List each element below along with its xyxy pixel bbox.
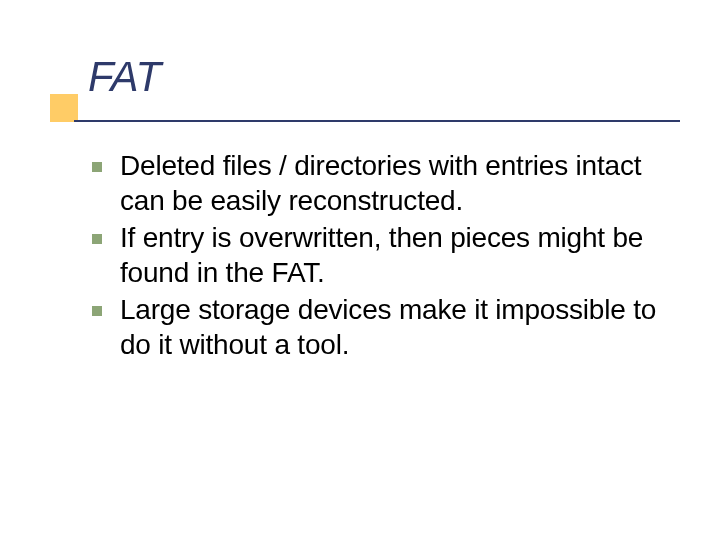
bullet-item: Deleted files / directories with entries… — [92, 148, 680, 218]
bullet-square-icon — [92, 306, 102, 316]
bullet-square-icon — [92, 162, 102, 172]
bullet-text: Large storage devices make it impossible… — [120, 292, 680, 362]
title-accent-box — [50, 94, 78, 122]
bullet-item: Large storage devices make it impossible… — [92, 292, 680, 362]
bullet-item: If entry is overwritten, then pieces mig… — [92, 220, 680, 290]
slide-content: Deleted files / directories with entries… — [92, 148, 680, 364]
bullet-text: Deleted files / directories with entries… — [120, 148, 680, 218]
slide-title: FAT — [88, 56, 161, 98]
bullet-text: If entry is overwritten, then pieces mig… — [120, 220, 680, 290]
title-underline — [74, 120, 680, 122]
bullet-square-icon — [92, 234, 102, 244]
